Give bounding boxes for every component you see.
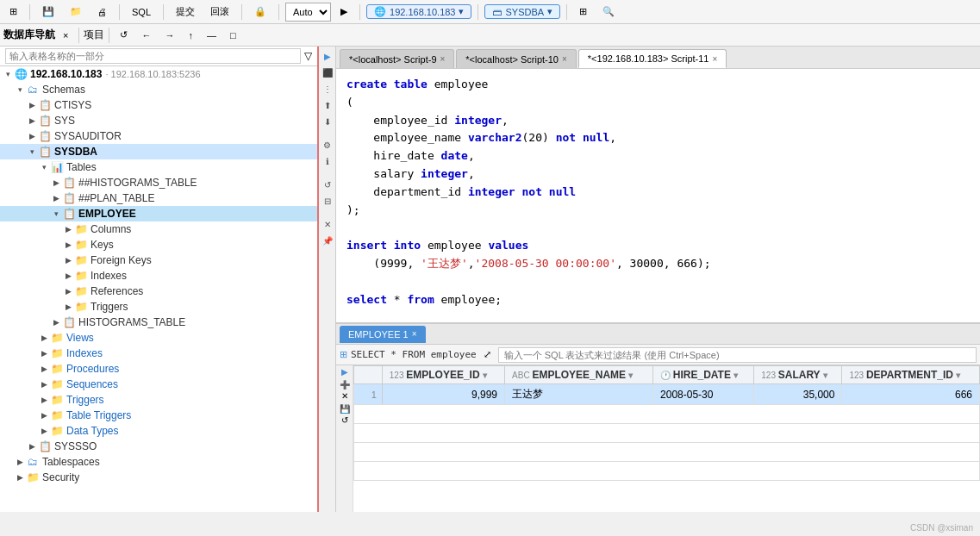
nav-up-btn[interactable]: ↑ bbox=[182, 28, 199, 43]
tree-views[interactable]: ▶ 📁 Views bbox=[0, 330, 317, 346]
cell-hire-date[interactable]: 2008-05-30 bbox=[653, 384, 754, 405]
action-format-btn[interactable]: ⋮ bbox=[321, 83, 334, 96]
tree-procedures[interactable]: ▶ 📁 Procedures bbox=[0, 361, 317, 377]
nav-refresh-btn[interactable]: ↺ bbox=[114, 27, 134, 43]
toolbar-search-btn[interactable]: 🔍 bbox=[596, 3, 621, 20]
cell-salary[interactable]: 35,000 bbox=[754, 384, 842, 405]
tree-sysdba[interactable]: ▾ 📋 SYSDBA bbox=[0, 144, 317, 159]
nav-forward-btn[interactable]: → bbox=[159, 28, 180, 43]
col-hiredate-sort[interactable]: ▾ bbox=[733, 371, 738, 380]
result-del-icon[interactable]: ✕ bbox=[341, 391, 348, 401]
table-row[interactable]: 1 9,999 王达梦 2008-05-30 35,000 666 bbox=[354, 384, 980, 405]
col-hire-date[interactable]: 🕐 HIRE_DATE ▾ bbox=[653, 366, 754, 384]
action-info-btn[interactable]: ℹ bbox=[324, 155, 331, 168]
col-empid-label: EMPLOYEE_ID bbox=[406, 369, 479, 381]
tree-fkeys[interactable]: ▶ 📁 Foreign Keys bbox=[0, 252, 317, 268]
result-tab-close[interactable]: × bbox=[412, 329, 417, 339]
cell-employee-name[interactable]: 王达梦 bbox=[505, 384, 653, 405]
tab10-close[interactable]: × bbox=[562, 54, 567, 64]
toolbar-home-btn[interactable]: ⊞ bbox=[3, 3, 23, 20]
tree-sequences[interactable]: ▶ 📁 Sequences bbox=[0, 377, 317, 392]
tree-columns[interactable]: ▶ 📁 Columns bbox=[0, 221, 317, 237]
tab-script9[interactable]: *<localhost> Script-9 × bbox=[340, 49, 454, 68]
sec-label: Security bbox=[42, 471, 79, 483]
action-run-btn[interactable]: ▶ bbox=[322, 50, 333, 63]
nav-back-btn[interactable]: ← bbox=[135, 28, 157, 43]
employee-icon: 📋 bbox=[62, 208, 76, 220]
result-nav-btn[interactable]: ⊞ bbox=[340, 349, 347, 360]
sidebar-filter-btn[interactable]: ▽ bbox=[304, 50, 312, 62]
tree-keys[interactable]: ▶ 📁 Keys bbox=[0, 237, 317, 252]
toolbar-grid-btn[interactable]: ⊞ bbox=[573, 3, 593, 20]
cell-employee-id[interactable]: 9,999 bbox=[382, 384, 504, 405]
tree-indexes-sysdba[interactable]: ▶ 📁 Indexes bbox=[0, 346, 317, 361]
action-settings-btn[interactable]: ⚙ bbox=[321, 139, 333, 152]
tab-script11[interactable]: *<192.168.10.183> Script-11 × bbox=[578, 49, 727, 68]
result-area: ▶ ➕ ✕ 💾 ↺ 123 EMPLOYEE_ID bbox=[336, 365, 980, 512]
col-employee-name[interactable]: ABC EMPLOYEE_NAME ▾ bbox=[505, 366, 653, 384]
result-expand-btn[interactable]: ⤢ bbox=[484, 349, 491, 360]
ctisys-icon: 📋 bbox=[38, 99, 52, 111]
nav-minimize-btn[interactable]: — bbox=[201, 28, 222, 43]
tree-employee[interactable]: ▾ 📋 EMPLOYEE bbox=[0, 206, 317, 221]
tree-tablespaces[interactable]: ▶ 🗂 Tablespaces bbox=[0, 454, 317, 470]
toolbar-lock-btn[interactable]: 🔒 bbox=[248, 3, 272, 20]
result-add-icon[interactable]: ➕ bbox=[340, 380, 350, 390]
hist2-label: HISTOGRAMS_TABLE bbox=[78, 316, 185, 328]
toolbar-run-btn[interactable]: ▶ bbox=[334, 3, 353, 20]
tab-script10[interactable]: *<localhost> Script-10 × bbox=[456, 49, 576, 68]
tree-tables[interactable]: ▾ 📊 Tables bbox=[0, 159, 317, 175]
result-cancel-icon[interactable]: ↺ bbox=[341, 415, 348, 425]
editor-line-9: insert into employee values bbox=[346, 237, 970, 255]
col-empid-sort[interactable]: ▾ bbox=[483, 371, 487, 380]
connection-badge[interactable]: 🌐 192.168.10.183 ▾ bbox=[366, 4, 471, 19]
action-pin-btn[interactable]: 📌 bbox=[321, 234, 334, 247]
col-deptid-sort[interactable]: ▾ bbox=[956, 371, 960, 380]
col-salary-sort[interactable]: ▾ bbox=[823, 371, 827, 380]
col-empname-sort[interactable]: ▾ bbox=[628, 371, 633, 380]
toolbar-print-btn[interactable]: 🖨 bbox=[91, 4, 113, 20]
nav-maximize-btn[interactable]: □ bbox=[224, 28, 242, 43]
tab9-close[interactable]: × bbox=[440, 54, 446, 64]
tab11-close[interactable]: × bbox=[712, 54, 717, 64]
tree-histograms[interactable]: ▶ 📋 ##HISTOGRAMS_TABLE bbox=[0, 175, 317, 190]
toolbar-sql-btn[interactable]: SQL bbox=[126, 4, 157, 20]
result-filter-input[interactable] bbox=[498, 347, 977, 363]
action-import-btn[interactable]: ⬇ bbox=[322, 115, 333, 128]
toolbar-open-btn[interactable]: 📁 bbox=[64, 3, 88, 20]
tree-triggers-sysdba[interactable]: ▶ 📁 Triggers bbox=[0, 392, 317, 408]
db-badge[interactable]: 🗃 SYSDBA ▾ bbox=[484, 4, 560, 19]
tree-sys[interactable]: ▶ 📋 SYS bbox=[0, 113, 317, 128]
result-save-icon[interactable]: 💾 bbox=[340, 404, 350, 414]
action-clear-btn[interactable]: ✕ bbox=[322, 218, 333, 231]
action-stop-btn[interactable]: ⬛ bbox=[321, 66, 334, 79]
tree-syssso[interactable]: ▶ 📋 SYSSSO bbox=[0, 439, 317, 454]
cell-department-id[interactable]: 666 bbox=[842, 384, 980, 405]
tree-ctisys[interactable]: ▶ 📋 CTISYS bbox=[0, 97, 317, 113]
nav-close-btn[interactable]: × bbox=[57, 28, 74, 43]
tree-datatypes[interactable]: ▶ 📁 Data Types bbox=[0, 423, 317, 439]
tree-connection[interactable]: ▾ 🌐 192.168.10.183 · 192.168.10.183:5236 bbox=[0, 66, 317, 82]
tree-sysauditor[interactable]: ▶ 📋 SYSAUDITOR bbox=[0, 128, 317, 144]
tree-table-triggers[interactable]: ▶ 📁 Table Triggers bbox=[0, 408, 317, 423]
col-department-id[interactable]: 123 DEPARTMENT_ID ▾ bbox=[842, 366, 980, 384]
tree-indexes-employee[interactable]: ▶ 📁 Indexes bbox=[0, 268, 317, 284]
tree-schemas[interactable]: ▾ 🗂 Schemas bbox=[0, 82, 317, 97]
action-refresh-btn[interactable]: ↺ bbox=[322, 178, 333, 191]
tree-plan[interactable]: ▶ 📋 ##PLAN_TABLE bbox=[0, 190, 317, 206]
result-tab[interactable]: EMPLOYEE 1 × bbox=[340, 326, 426, 343]
auto-select[interactable]: Auto bbox=[285, 3, 331, 22]
tree-histograms2[interactable]: ▶ 📋 HISTOGRAMS_TABLE bbox=[0, 315, 317, 330]
toolbar-save-btn[interactable]: 💾 bbox=[36, 3, 60, 20]
toolbar-submit-btn[interactable]: 提交 bbox=[170, 3, 201, 21]
sidebar-search-input[interactable] bbox=[5, 48, 301, 64]
col-employee-id[interactable]: 123 EMPLOYEE_ID ▾ bbox=[382, 366, 504, 384]
tree-security[interactable]: ▶ 📁 Security bbox=[0, 470, 317, 485]
code-editor[interactable]: create table employee ( employee_id inte… bbox=[336, 69, 980, 322]
action-export-btn[interactable]: ⬆ bbox=[322, 99, 333, 112]
tree-references[interactable]: ▶ 📁 References bbox=[0, 284, 317, 299]
tree-triggers-employee[interactable]: ▶ 📁 Triggers bbox=[0, 299, 317, 315]
action-filter-btn[interactable]: ⊟ bbox=[322, 195, 333, 208]
toolbar-rollback-btn[interactable]: 回滚 bbox=[204, 3, 235, 21]
col-salary[interactable]: 123 SALARY ▾ bbox=[754, 366, 842, 384]
